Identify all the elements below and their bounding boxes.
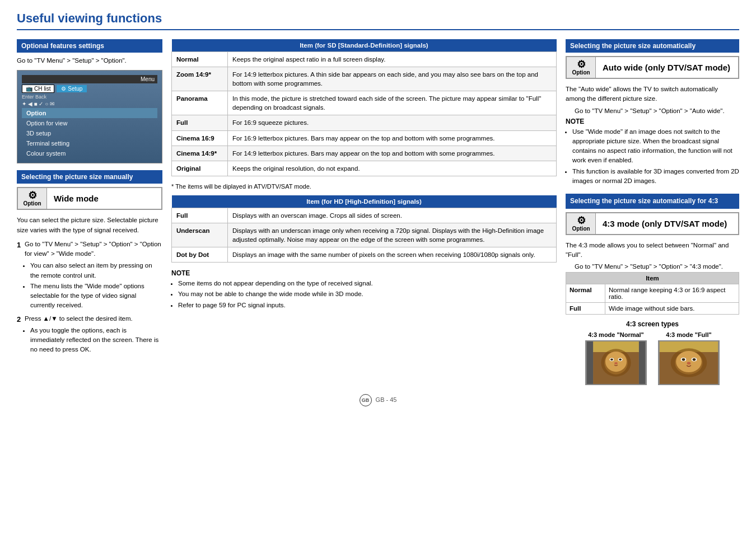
table-row: Zoom 14:9* For 14:9 letterbox pictures. … [172, 67, 557, 91]
menu-row-top: 📺 CH list ⚙ Setup [22, 85, 157, 93]
menu-item-4: Colour system [22, 148, 157, 158]
wide-mode-value: Wide mode [47, 190, 105, 207]
sd-desc-1: For 14:9 letterbox pictures. A thin side… [228, 67, 557, 91]
option-label-text: Option [23, 200, 41, 207]
hd-note-1: You may not be able to change the wide m… [178, 289, 557, 299]
table-row: Cinema 16:9 For 16:9 letterbox pictures.… [172, 130, 557, 146]
step-1-bullet-1: You can also select an item by pressing … [30, 261, 162, 280]
screen-types: 4:3 screen types 4:3 mode "Normal" [566, 320, 739, 385]
screen-normal-thumb [585, 340, 647, 385]
sd-item-4: Cinema 16:9 [172, 130, 228, 146]
left-column: Optional features settings Go to "TV Men… [17, 39, 162, 385]
sd-desc-0: Keeps the original aspect ratio in a ful… [228, 52, 557, 67]
sd-table-header: Item (for SD [Standard-Definition] signa… [172, 39, 557, 52]
svg-point-10 [619, 359, 622, 361]
auto-option-label-area: ⚙ Option [567, 57, 596, 78]
step-2-num: 2 [17, 314, 21, 325]
auto-select-section: Selecting the picture size automatically… [566, 39, 739, 186]
hd-note-0: Some items do not appear depending on th… [178, 279, 557, 288]
sd-item-5: Cinema 14:9* [172, 146, 228, 161]
for43-body: The 4:3 mode allows you to select betwee… [566, 241, 739, 260]
for43-option-label-text: Option [572, 226, 590, 232]
optional-features-heading: Optional features settings [17, 39, 162, 53]
steps-list: 1 Go to "TV Menu" > "Setup" > "Option" >… [17, 240, 162, 355]
auto-note-1: This function is available for 3D images… [572, 167, 739, 186]
auto-note-0: Use "Wide mode" if an image does not swi… [572, 127, 739, 166]
lion-normal-svg [586, 341, 646, 384]
for43-table-header: Item [566, 273, 739, 284]
for43-mode-box: ⚙ Option 4:3 mode (only DTV/SAT mode) [566, 212, 739, 235]
auto-wide-box: ⚙ Option Auto wide (only DTV/SAT mode) [566, 56, 739, 79]
auto-option-label-text: Option [572, 69, 590, 76]
hd-item-2: Dot by Dot [172, 247, 228, 263]
manual-section-heading: Selecting the picture size manually [17, 170, 162, 184]
sd-item-6: Original [172, 161, 228, 176]
sd-item-1: Zoom 14:9* [172, 67, 228, 91]
hd-note-title: NOTE [171, 269, 557, 277]
screen-normal-item: 4:3 mode "Normal" [585, 331, 647, 385]
menu-simulation: Menu 📺 CH list ⚙ Setup Enter Back ✦ ◀ ■ … [17, 70, 162, 163]
hd-desc-0: Displays with an overscan image. Crops a… [228, 208, 557, 223]
svg-rect-1 [639, 341, 645, 384]
for43-go-to: Go to "TV Menu" > "Setup" > "Option" > "… [566, 263, 739, 270]
auto-wide-value: Auto wide (only DTV/SAT mode) [596, 59, 737, 76]
sd-desc-4: For 16:9 letterbox pictures. Bars may ap… [228, 130, 557, 146]
for43-section: Selecting the picture size automatically… [566, 194, 739, 385]
hd-desc-1: Displays with an underscan image only wh… [228, 223, 557, 247]
screen-full-thumb [658, 340, 720, 385]
wide-mode-box: ⚙ Option Wide mode [17, 187, 162, 210]
menu-nav: Enter Back [22, 94, 157, 100]
for43-option-icon: ⚙ [577, 216, 586, 226]
hd-desc-2: Displays an image with the same number o… [228, 247, 557, 263]
sd-desc-5: For 14:9 letterbox pictures. Bars may ap… [228, 146, 557, 161]
setup-icon: ⚙ [61, 86, 66, 92]
table-row: Cinema 14:9* For 14:9 letterbox pictures… [172, 146, 557, 161]
sd-item-0: Normal [172, 52, 228, 67]
step-1-text: Go to "TV Menu" > "Setup" > "Option" > "… [25, 241, 161, 257]
menu-option-text: Option [22, 108, 157, 118]
screen-types-title: 4:3 screen types [566, 320, 739, 328]
tv-icon: 📺 [26, 86, 32, 92]
step-2-bullet-1: As you toggle the options, each is immed… [30, 326, 162, 355]
for43-mode-value: 4:3 mode (only DTV/SAT mode) [596, 216, 734, 232]
table-row: Normal Keeps the original aspect ratio i… [172, 52, 557, 67]
svg-point-11 [614, 362, 618, 364]
option-label-area: ⚙ Option [18, 188, 47, 209]
for43-table: Item Normal Normal range keeping 4:3 or … [566, 272, 739, 315]
sd-desc-3: For 16:9 squeeze pictures. [228, 115, 557, 130]
auto-go-to: Go to "TV Menu" > "Setup" > "Option" > "… [566, 107, 739, 114]
menu-title-bar: Menu [22, 75, 157, 83]
table-row: Dot by Dot Displays an image with the sa… [172, 247, 557, 263]
hd-note-list: Some items do not appear depending on th… [171, 279, 557, 310]
auto-select-heading: Selecting the picture size automatically [566, 39, 739, 53]
hd-note-block: NOTE Some items do not appear depending … [171, 269, 557, 310]
lion-full-svg [659, 341, 718, 384]
step-2: 2 Press ▲/▼ to select the desired item. … [17, 314, 162, 355]
auto-note-title: NOTE [566, 118, 739, 125]
step-2-bullets: As you toggle the options, each is immed… [25, 326, 162, 355]
menu-icons: ✦ ◀ ■ ✓ ○ ✉ [22, 101, 157, 107]
hd-table-header: Item (for HD [High-Definition] signals) [172, 195, 557, 208]
for43-option-label-area: ⚙ Option [567, 213, 596, 234]
table-row: Underscan Displays with an underscan ima… [172, 223, 557, 247]
gb-badge: GB [360, 394, 372, 406]
hd-table: Item (for HD [High-Definition] signals) … [171, 195, 557, 263]
svg-point-20 [693, 358, 696, 361]
sd-item-3: Full [172, 115, 228, 130]
svg-rect-0 [587, 341, 593, 384]
menu-item-2: 3D setup [22, 128, 157, 138]
svg-point-16 [676, 351, 702, 372]
menu-ch-list: 📺 CH list [22, 85, 54, 93]
auto-body: The "Auto wide" allows the TV to switch … [566, 85, 739, 104]
svg-point-6 [605, 352, 627, 372]
main-layout: Optional features settings Go to "TV Men… [17, 39, 739, 385]
sd-desc-2: In this mode, the picture is stretched t… [228, 91, 557, 115]
step-1-bullets: You can also select an item by pressing … [25, 261, 162, 310]
for43-desc-1: Wide image without side bars. [605, 303, 739, 315]
screen-full-label: 4:3 mode "Full" [658, 331, 720, 338]
step-1-num: 1 [17, 240, 21, 251]
menu-item-1: Option for view [22, 118, 157, 128]
sd-desc-6: Keeps the original resolution, do not ex… [228, 161, 557, 176]
hd-item-0: Full [172, 208, 228, 223]
table-row: Original Keeps the original resolution, … [172, 161, 557, 176]
